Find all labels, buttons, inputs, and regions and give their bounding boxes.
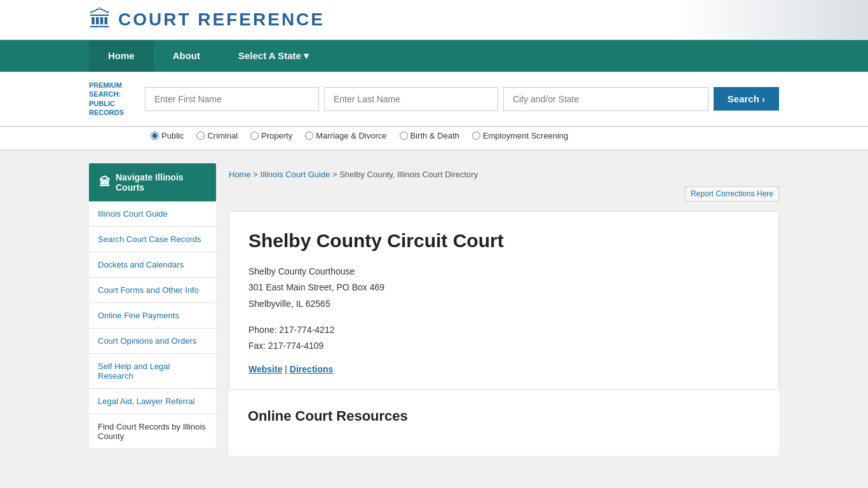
sidebar-item-court-guide[interactable]: Illinois Court Guide xyxy=(89,201,216,227)
search-button[interactable]: Search › xyxy=(714,87,779,111)
navbar: Home About Select A State ▾ xyxy=(0,40,868,72)
court-name: Shelby County Circuit Court xyxy=(248,229,759,252)
breadcrumb: Home > Illinois Court Guide > Shelby Cou… xyxy=(229,163,779,188)
address-line1: Shelby County Courthouse xyxy=(248,264,759,280)
nav-item-home[interactable]: Home xyxy=(89,40,154,72)
radio-marriage-divorce[interactable]: Marriage & Divorce xyxy=(305,131,386,140)
logo-icon: 🏛 xyxy=(89,6,112,33)
directions-link[interactable]: Directions xyxy=(290,364,333,374)
city-state-input[interactable] xyxy=(503,87,709,111)
website-link[interactable]: Website xyxy=(248,364,282,374)
sidebar-item-self-help[interactable]: Self Help and Legal Research xyxy=(89,354,216,389)
search-bar: PREMIUM SEARCH: PUBLIC RECORDS Search › xyxy=(0,72,868,127)
sidebar-item-fine-payments[interactable]: Online Fine Payments xyxy=(89,303,216,329)
sidebar-title: 🏛 Navigate Illinois Courts xyxy=(89,163,216,201)
radio-public[interactable]: Public xyxy=(151,131,184,140)
nav-item-select-state[interactable]: Select A State ▾ xyxy=(219,40,328,72)
breadcrumb-guide[interactable]: Illinois Court Guide xyxy=(261,170,330,179)
sidebar-item-case-records[interactable]: Search Court Case Records xyxy=(89,227,216,252)
last-name-input[interactable] xyxy=(324,87,498,111)
content-area: Home > Illinois Court Guide > Shelby Cou… xyxy=(229,163,779,456)
address-line3: Shelbyville, IL 62565 xyxy=(248,296,759,312)
radio-row: Public Criminal Property Marriage & Divo… xyxy=(0,127,868,151)
court-links: Website | Directions xyxy=(248,364,759,374)
phone-number: Phone: 217-774-4212 xyxy=(248,322,759,338)
court-phone: Phone: 217-774-4212 Fax: 217-774-4109 xyxy=(248,322,759,354)
first-name-input[interactable] xyxy=(145,87,319,111)
header-background xyxy=(677,0,868,39)
breadcrumb-current: Shelby County, Illinois Court Directory xyxy=(339,170,478,179)
online-resources-heading: Online Court Resources xyxy=(248,408,760,424)
sidebar-item-dockets[interactable]: Dockets and Calendars xyxy=(89,252,216,278)
nav-item-about[interactable]: About xyxy=(154,40,219,72)
sidebar-item-find-records[interactable]: Find Court Records by Illinois County xyxy=(89,414,216,449)
main-content: 🏛 Navigate Illinois Courts Illinois Cour… xyxy=(0,151,868,468)
report-corrections: Report Corrections Here xyxy=(229,188,779,198)
premium-label: PREMIUM SEARCH: PUBLIC RECORDS xyxy=(89,81,140,117)
radio-birth-death[interactable]: Birth & Death xyxy=(400,131,459,140)
online-resources: Online Court Resources xyxy=(229,408,779,424)
breadcrumb-home[interactable]: Home xyxy=(229,170,251,179)
court-address: Shelby County Courthouse 301 East Main S… xyxy=(248,264,759,312)
logo[interactable]: 🏛 COURT REFERENCE xyxy=(89,6,325,33)
court-card: Shelby County Circuit Court Shelby Count… xyxy=(229,211,779,390)
site-header: 🏛 COURT REFERENCE xyxy=(0,0,868,40)
sidebar-item-legal-aid[interactable]: Legal Aid, Lawyer Referral xyxy=(89,389,216,414)
radio-property[interactable]: Property xyxy=(250,131,292,140)
sidebar-item-opinions[interactable]: Court Opinions and Orders xyxy=(89,329,216,354)
radio-criminal[interactable]: Criminal xyxy=(196,131,238,140)
sidebar: 🏛 Navigate Illinois Courts Illinois Cour… xyxy=(89,163,216,456)
fax-number: Fax: 217-774-4109 xyxy=(248,338,759,354)
address-line2: 301 East Main Street, PO Box 469 xyxy=(248,280,759,295)
radio-employment[interactable]: Employment Screening xyxy=(472,131,568,140)
courthouse-icon: 🏛 xyxy=(99,176,111,189)
logo-text: COURT REFERENCE xyxy=(118,10,325,30)
sidebar-item-court-forms[interactable]: Court Forms and Other Info xyxy=(89,278,216,303)
report-corrections-link[interactable]: Report Corrections Here xyxy=(685,186,779,201)
